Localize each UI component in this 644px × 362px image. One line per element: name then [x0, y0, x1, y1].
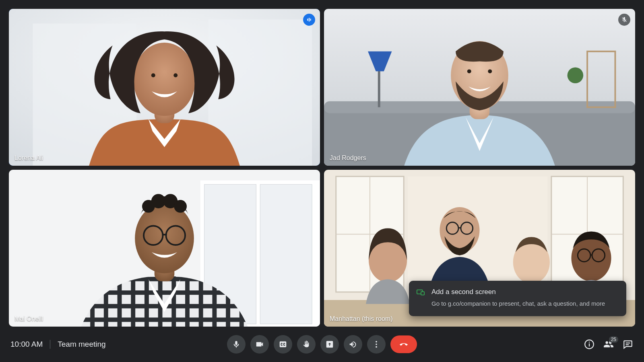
- svg-point-4: [133, 43, 196, 116]
- participant-name: Manhattan (this room): [330, 315, 393, 323]
- svg-rect-7: [307, 19, 308, 21]
- present-icon: [325, 340, 334, 349]
- speaking-indicator-icon: [303, 14, 315, 26]
- svg-rect-8: [309, 18, 310, 21]
- svg-rect-27: [260, 184, 312, 324]
- captions-button[interactable]: [274, 335, 292, 354]
- more-options-button[interactable]: [367, 335, 386, 354]
- svg-point-33: [174, 200, 187, 213]
- bottom-bar: 10:00 AM Team meeting: [0, 327, 644, 362]
- meeting-details-button[interactable]: [584, 339, 595, 350]
- toast-title: Add a second screen: [431, 288, 618, 296]
- participant-tile[interactable]: Mai Oneill: [9, 170, 320, 327]
- companion-toast[interactable]: Add a second screen Go to g.co/companion…: [409, 281, 626, 316]
- present-screen-button[interactable]: [320, 335, 339, 354]
- video-feed: [324, 9, 635, 166]
- svg-point-18: [467, 69, 471, 73]
- raise-hand-button[interactable]: [297, 335, 316, 354]
- svg-rect-9: [310, 19, 311, 21]
- toast-body: Go to g.co/companion to present, chat, a…: [431, 299, 618, 308]
- svg-point-60: [376, 346, 377, 348]
- devices-icon: [416, 288, 425, 297]
- camera-button[interactable]: [250, 335, 269, 354]
- svg-point-5: [151, 73, 155, 77]
- meeting-info: 10:00 AM Team meeting: [10, 340, 106, 349]
- call-end-icon: [399, 340, 408, 349]
- svg-point-59: [376, 343, 377, 345]
- participant-name: Jad Rodgers: [330, 154, 366, 162]
- participant-tile[interactable]: Manhattan (this room) Add a second scree…: [324, 170, 635, 327]
- leave-call-button[interactable]: [390, 335, 417, 353]
- raise-hand-icon: [302, 340, 311, 349]
- participant-name: Mai Oneill: [14, 315, 43, 323]
- audio-output-button[interactable]: [344, 335, 362, 354]
- participants-button[interactable]: 25: [603, 339, 614, 350]
- microphone-button[interactable]: [227, 335, 246, 354]
- participant-tile[interactable]: Lorena Ali: [9, 9, 320, 166]
- svg-point-47: [440, 207, 479, 253]
- speaker-icon: [349, 340, 357, 349]
- video-feed: [9, 170, 320, 327]
- svg-point-19: [488, 69, 492, 73]
- call-controls: [227, 335, 417, 354]
- svg-rect-57: [421, 292, 424, 295]
- participant-tile[interactable]: Jad Rodgers: [324, 9, 635, 166]
- svg-point-15: [568, 67, 584, 83]
- info-icon: [584, 339, 594, 350]
- microphone-icon: [232, 340, 241, 349]
- clock-time: 10:00 AM: [10, 340, 43, 349]
- participant-count-badge: 25: [609, 336, 618, 343]
- svg-rect-61: [589, 343, 590, 347]
- right-controls: 25: [584, 339, 634, 350]
- svg-point-6: [173, 73, 178, 77]
- more-vertical-icon: [372, 340, 381, 349]
- chat-icon: [623, 339, 633, 350]
- svg-point-58: [376, 341, 377, 343]
- svg-rect-62: [589, 342, 590, 343]
- chat-button[interactable]: [622, 339, 634, 350]
- video-feed: [9, 9, 320, 166]
- video-grid: Lorena Ali: [9, 9, 635, 327]
- muted-indicator-icon: [618, 14, 630, 26]
- separator: [50, 340, 50, 349]
- meeting-title: Team meeting: [58, 340, 105, 349]
- camera-icon: [255, 340, 264, 349]
- captions-icon: [279, 340, 287, 349]
- participant-name: Lorena Ali: [14, 154, 43, 162]
